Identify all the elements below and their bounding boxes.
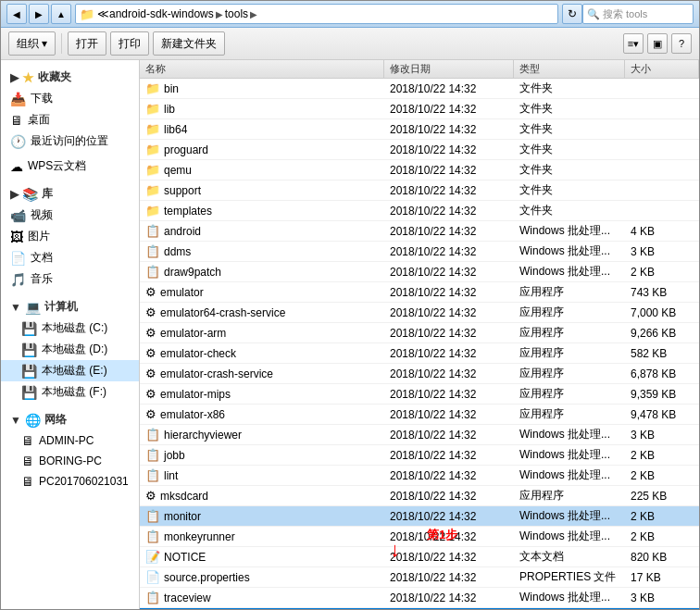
file-name-cell: ⚙emulator — [140, 284, 384, 300]
table-row[interactable]: ⚙emulator-check2018/10/22 14:32应用程序582 K… — [140, 343, 699, 364]
preview-button[interactable]: ▣ — [647, 33, 668, 54]
file-date-cell: 2018/10/22 14:32 — [384, 81, 514, 96]
table-row[interactable]: ⚙emulator-mips2018/10/22 14:32应用程序9,359 … — [140, 384, 699, 405]
file-name-cell: 📋monkeyrunner — [140, 529, 384, 544]
sidebar-item-recent[interactable]: 🕐 最近访问的位置 — [1, 131, 139, 152]
sidebar-item-drive-c[interactable]: 💾 本地磁盘 (C:) — [1, 317, 139, 339]
file-type-cell: 应用程序 — [514, 385, 625, 403]
table-row[interactable]: ⚙emulator-x862018/10/22 14:32应用程序9,478 K… — [140, 405, 699, 425]
file-type-cell: 应用程序 — [514, 324, 625, 342]
file-name-cell: ⚙emulator-mips — [140, 386, 384, 402]
sidebar-item-download[interactable]: 📥 下载 — [1, 88, 139, 109]
table-row[interactable]: 📄source.properties2018/10/22 14:32PROPER… — [140, 567, 699, 588]
file-name-cell: 📄source.properties — [140, 569, 384, 585]
file-type-icon: ⚙ — [145, 346, 156, 360]
table-row[interactable]: ⚙emulator64-crash-service2018/10/22 14:3… — [140, 303, 699, 323]
sidebar-item-video[interactable]: 📹 视频 — [1, 205, 139, 226]
back-button[interactable]: ◀ — [6, 4, 27, 24]
table-row[interactable]: 📋draw9patch2018/10/22 14:32Windows 批处理..… — [140, 262, 699, 282]
file-name-cell: 📋hierarchyviewer — [140, 427, 384, 442]
table-row[interactable]: 📁support2018/10/22 14:32文件夹 — [140, 181, 699, 201]
library-icon: 📚 — [22, 187, 38, 202]
breadcrumb[interactable]: 📁 ≪ android-sdk-windows ▶ tools ▶ — [75, 4, 558, 24]
print-button[interactable]: 打印 — [110, 31, 149, 56]
sidebar-item-admin-pc[interactable]: 🖥 ADMIN-PC — [1, 430, 139, 451]
new-folder-button[interactable]: 新建文件夹 — [153, 31, 225, 56]
table-row[interactable]: 📋jobb2018/10/22 14:32Windows 批处理...2 KB — [140, 445, 699, 466]
table-row[interactable]: 📁qemu2018/10/22 14:32文件夹 — [140, 160, 699, 181]
file-type-cell: Windows 批处理... — [514, 589, 625, 606]
file-name-cell: 📁lib64 — [140, 121, 384, 137]
file-name: proguard — [164, 143, 208, 156]
file-name-cell: 📋lint — [140, 467, 384, 483]
file-name: draw9patch — [164, 266, 221, 279]
table-row[interactable]: ⚙mksdcard2018/10/22 14:32应用程序225 KB — [140, 486, 699, 506]
file-name: emulator-crash-service — [160, 367, 273, 380]
table-row[interactable]: 📁lib642018/10/22 14:32文件夹 — [140, 119, 699, 140]
table-row[interactable]: 📋monitor2018/10/22 14:32Windows 批处理...2 … — [140, 506, 699, 527]
file-type-icon: ⚙ — [145, 326, 156, 340]
help-button[interactable]: ? — [671, 33, 692, 54]
music-icon: 🎵 — [10, 272, 26, 287]
forward-button[interactable]: ▶ — [29, 4, 49, 24]
file-size-cell: 2 KB — [625, 529, 699, 544]
sidebar-item-music[interactable]: 🎵 音乐 — [1, 268, 139, 290]
sidebar-item-documents[interactable]: 📄 文档 — [1, 247, 139, 268]
file-name-cell: 📁lib — [140, 101, 384, 117]
table-row[interactable]: 📁templates2018/10/22 14:32文件夹 — [140, 201, 699, 221]
table-row[interactable]: 📁bin2018/10/22 14:32文件夹 — [140, 79, 699, 99]
table-row[interactable]: 📝NOTICE2018/10/22 14:32文本文档820 KB — [140, 547, 699, 567]
view-options-button[interactable]: ≡▾ — [623, 33, 644, 54]
table-row[interactable]: 📋traceview2018/10/22 14:32Windows 批处理...… — [140, 588, 699, 608]
sidebar-item-drive-f[interactable]: 💾 本地磁盘 (F:) — [1, 381, 139, 403]
table-row[interactable]: 📋lint2018/10/22 14:32Windows 批处理...2 KB — [140, 466, 699, 486]
drive-e-icon: 💾 — [21, 364, 37, 379]
open-button[interactable]: 打开 — [68, 31, 106, 56]
file-type-icon: 📁 — [145, 163, 160, 177]
sidebar-item-desktop-label: 桌面 — [28, 112, 50, 128]
file-name: jobb — [164, 449, 185, 462]
sidebar-item-drive-c-label: 本地磁盘 (C:) — [42, 320, 107, 336]
search-bar[interactable]: 🔍 搜索 tools — [582, 4, 694, 24]
sidebar-item-drive-e[interactable]: 💾 本地磁盘 (E:) — [1, 360, 139, 381]
breadcrumb-tools[interactable]: tools — [225, 7, 248, 20]
collapse-arrow-network: ▼ — [10, 414, 21, 427]
up-button[interactable]: ▲ — [51, 4, 71, 24]
sidebar-item-pc201706[interactable]: 🖥 PC201706021031 — [1, 471, 139, 492]
table-row[interactable]: ⚙emulator2018/10/22 14:32应用程序743 KB — [140, 282, 699, 303]
file-name: monitor — [164, 510, 201, 523]
table-row[interactable]: 📁lib2018/10/22 14:32文件夹 — [140, 99, 699, 119]
breadcrumb-root: ≪ — [97, 7, 109, 20]
sidebar-item-desktop[interactable]: 🖥 桌面 — [1, 109, 139, 131]
search-placeholder: 搜索 tools — [603, 7, 647, 21]
table-row[interactable]: 📋hierarchyviewer2018/10/22 14:32Windows … — [140, 425, 699, 445]
refresh-button[interactable]: ↻ — [562, 4, 582, 24]
organize-button[interactable]: 组织 ▾ — [8, 31, 56, 56]
column-header-date[interactable]: 修改日期 — [384, 60, 514, 78]
sidebar-item-recent-label: 最近访问的位置 — [31, 133, 108, 149]
sidebar-item-drive-d[interactable]: 💾 本地磁盘 (D:) — [1, 339, 139, 360]
column-header-name[interactable]: 名称 — [140, 60, 384, 78]
table-row[interactable]: ⚙emulator-arm2018/10/22 14:32应用程序9,266 K… — [140, 323, 699, 343]
table-row[interactable]: 📋monkeyrunner2018/10/22 14:32Windows 批处理… — [140, 527, 699, 547]
breadcrumb-android-sdk[interactable]: android-sdk-windows — [109, 7, 214, 20]
table-row[interactable]: ⚙emulator-crash-service2018/10/22 14:32应… — [140, 364, 699, 384]
collapse-arrow-library: ▶ — [10, 188, 19, 201]
column-header-size[interactable]: 大小 — [625, 60, 699, 78]
column-header-type[interactable]: 类型 — [514, 60, 625, 78]
sidebar-item-pictures[interactable]: 🖼 图片 — [1, 226, 139, 247]
table-row[interactable]: 📋android2018/10/22 14:32Windows 批处理...4 … — [140, 221, 699, 242]
file-type-icon: ⚙ — [145, 407, 156, 421]
file-date-cell: 2018/10/22 14:32 — [384, 305, 514, 320]
sidebar-item-wps[interactable]: ☁ WPS云文档 — [1, 156, 139, 177]
table-row[interactable]: 📋uiautomatorviewer2018/10/22 15:22Window… — [140, 608, 699, 609]
table-row[interactable]: 📋ddms2018/10/22 14:32Windows 批处理...3 KB — [140, 242, 699, 262]
file-date-cell: 2018/10/22 14:32 — [384, 204, 514, 218]
file-size-cell: 2 KB — [625, 468, 699, 483]
sidebar-item-boring-pc[interactable]: 🖥 BORING-PC — [1, 451, 139, 471]
recent-icon: 🕐 — [10, 134, 26, 149]
file-name-cell: 📋monitor — [140, 508, 384, 524]
table-row[interactable]: 📁proguard2018/10/22 14:32文件夹 — [140, 140, 699, 160]
sidebar-item-music-label: 音乐 — [31, 271, 53, 287]
pc201706-icon: 🖥 — [21, 474, 34, 489]
